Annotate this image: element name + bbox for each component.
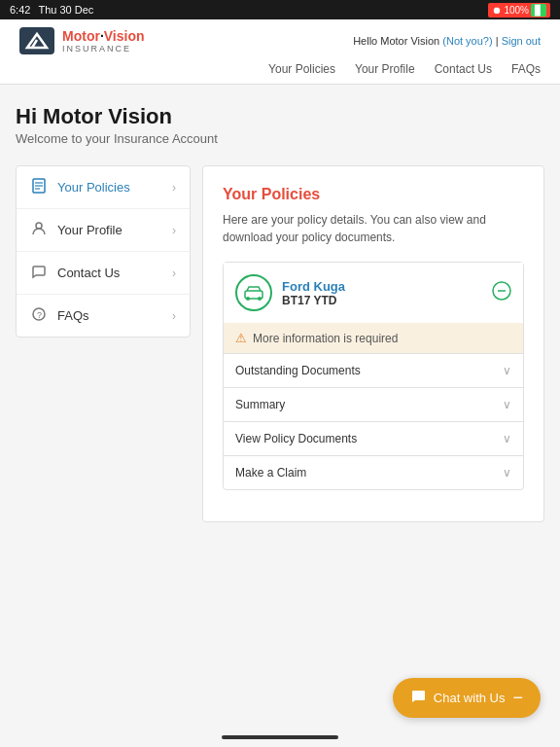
home-indicator [222,735,338,739]
svg-point-10 [246,297,250,301]
svg-point-11 [258,297,262,301]
logo: Motor·Vision INSURANCE [19,27,145,54]
accordion-outstanding-documents[interactable]: Outstanding Documents ∨ [224,353,523,387]
chat-minimize[interactable]: − [512,688,523,708]
logo-icon [19,27,54,54]
nav-contact-us[interactable]: Contact Us [435,62,492,76]
accordion-label: Summary [235,398,285,411]
policy-card-left: Ford Kuga BT17 YTD [235,274,345,311]
status-date: Thu 30 Dec [38,4,93,16]
page-subtitle: Welcome to your Insurance Account [16,131,544,146]
warning-icon: ⚠ [235,331,247,345]
logo-brand: Motor·Vision [62,28,145,44]
nav-your-policies[interactable]: Your Policies [268,62,335,76]
accordion-chevron: ∨ [503,398,511,411]
chat-widget[interactable]: Chat with Us − [393,678,541,718]
warning-row: ⚠ More information is required [224,323,523,353]
sign-out-link[interactable]: Sign out [502,35,541,47]
content-desc: Here are your policy details. You can al… [223,211,524,246]
sidebar-label-contact-us: Contact Us [57,266,120,280]
content-title: Your Policies [223,186,524,203]
nav-faqs[interactable]: FAQs [511,62,541,76]
battery-level: 100% [504,5,529,16]
faqs-icon: ? [30,306,48,325]
policy-card-header: Ford Kuga BT17 YTD [224,263,523,323]
svg-text:?: ? [37,310,42,320]
sidebar: Your Policies › Your Profile › Contact U… [16,165,191,338]
sidebar-label-faqs: FAQs [57,308,89,323]
battery-charging: ▊ [531,4,546,17]
accordion-view-policy-documents[interactable]: View Policy Documents ∨ [224,421,523,455]
contact-icon [30,264,48,282]
top-nav: Motor·Vision INSURANCE Hello Motor Visio… [0,19,560,85]
accordion-label: View Policy Documents [235,432,357,445]
main-content: Your Policies › Your Profile › Contact U… [0,146,560,542]
policy-card: Ford Kuga BT17 YTD ⚠ More information is… [223,262,524,490]
battery-indicator: ⏺ 100% ▊ [488,3,550,18]
accordion-label: Make a Claim [235,466,306,480]
sidebar-item-your-policies[interactable]: Your Policies › [17,166,190,209]
accordion-chevron: ∨ [503,466,511,480]
policy-name[interactable]: Ford Kuga [282,279,345,294]
svg-point-6 [36,223,42,229]
top-nav-links: Your Policies Your Profile Contact Us FA… [19,58,541,84]
nav-your-profile[interactable]: Your Profile [355,62,415,76]
logo-text: Motor·Vision INSURANCE [62,28,145,53]
chat-label: Chat with Us [434,691,506,705]
accordion-label: Outstanding Documents [235,364,361,377]
bottom-bar [0,728,560,747]
chevron-icon: › [172,267,176,280]
profile-icon [30,221,48,239]
accordion-chevron: ∨ [503,364,511,377]
car-icon [235,274,272,311]
sidebar-item-faqs[interactable]: ? FAQs › [17,295,190,337]
chevron-icon: › [172,224,176,237]
policies-icon [30,178,48,196]
chevron-icon: › [172,309,176,323]
page-header: Hi Motor Vision Welcome to your Insuranc… [0,85,560,146]
status-time: 6:42 [10,4,30,16]
warning-text: More information is required [253,332,398,345]
sidebar-label-your-policies: Your Policies [57,180,130,195]
minus-circle-icon[interactable] [492,281,511,305]
hello-text: Hello Motor Vision (Not you?) | Sign out [353,35,541,47]
policy-reg: BT17 YTD [282,294,345,307]
accordion-summary[interactable]: Summary ∨ [224,387,523,421]
chat-icon [410,689,426,707]
status-bar: 6:42 Thu 30 Dec ⏺ 100% ▊ [0,0,560,19]
policy-info: Ford Kuga BT17 YTD [282,279,345,307]
accordion-chevron: ∨ [503,432,511,445]
sidebar-label-your-profile: Your Profile [57,223,122,237]
content-area: Your Policies Here are your policy detai… [202,165,544,522]
chevron-icon: › [172,181,176,195]
logo-sub: INSURANCE [62,44,145,53]
sidebar-item-your-profile[interactable]: Your Profile › [17,209,190,252]
battery-icon: ⏺ [492,5,502,16]
sidebar-item-contact-us[interactable]: Contact Us › [17,252,190,295]
accordion-make-a-claim[interactable]: Make a Claim ∨ [224,455,523,489]
not-you-link[interactable]: (Not you?) [442,35,492,47]
page-title: Hi Motor Vision [16,104,544,129]
